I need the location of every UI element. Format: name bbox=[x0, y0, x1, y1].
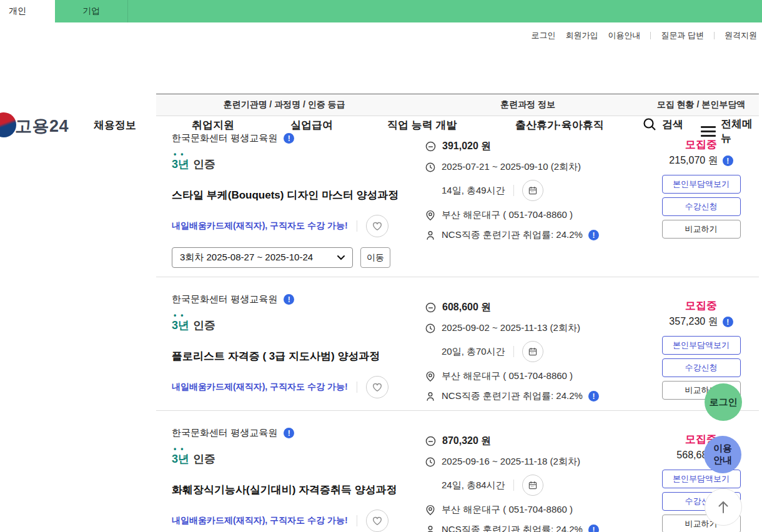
info-icon[interactable] bbox=[284, 133, 294, 144]
fee-detail-button[interactable]: 본인부담액보기 bbox=[662, 470, 741, 488]
course-title[interactable]: 플로리스트 자격증 ( 3급 지도사범) 양성과정 bbox=[172, 349, 412, 363]
course-title[interactable]: 스타일 부케(Bouquets) 디자인 마스터 양성과정 bbox=[172, 188, 412, 202]
cost-icon bbox=[425, 302, 437, 313]
tab-personal[interactable]: 개인 bbox=[0, 0, 55, 22]
course-status: 모집중 568,680 원 본인부담액보기 수강신청 비교하기 bbox=[643, 411, 759, 532]
signup-link[interactable]: 회원가입 bbox=[565, 30, 598, 41]
scroll-to-top-button[interactable] bbox=[705, 488, 742, 526]
course-location: 부산 해운대구 ( 051-704-8860 ) bbox=[442, 504, 573, 516]
apply-button[interactable]: 수강신청 bbox=[662, 197, 741, 216]
divider bbox=[513, 346, 514, 357]
favorite-button[interactable] bbox=[366, 376, 388, 398]
course-price: 608,600 원 bbox=[442, 301, 491, 314]
course-duration: 14일, 총49시간 bbox=[442, 185, 505, 197]
arrow-up-icon bbox=[716, 499, 731, 515]
apply-button[interactable]: 수강신청 bbox=[662, 358, 741, 377]
col-header-info: 훈련과정 정보 bbox=[412, 94, 643, 116]
divider bbox=[357, 382, 357, 393]
course-title[interactable]: 화훼장식기능사(실기대비) 자격증취득 양성과정 bbox=[172, 483, 412, 497]
course-summary: 한국문화센터 평생교육원 3년 인증 화훼장식기능사(실기대비) 자격증취득 양… bbox=[156, 411, 412, 532]
course-row: 한국문화센터 평생교육원 3년 인증 스타일 부케(Bouquets) 디자인 … bbox=[156, 116, 759, 277]
course-list: 훈련기관명 / 과정명 / 인증 등급 훈련과정 정보 모집 현황 / 본인부담… bbox=[156, 94, 759, 532]
clock-icon bbox=[425, 323, 436, 334]
tabbar-filler bbox=[128, 0, 762, 22]
course-status: 모집중 357,230 원 본인부담액보기 수강신청 비교하기 bbox=[643, 277, 759, 410]
info-icon[interactable] bbox=[284, 428, 294, 438]
site-logo[interactable]: 고용24 bbox=[15, 115, 69, 137]
tomorrow-card-link[interactable]: 내일배움카드제(재직자), 구직자도 수강 가능! bbox=[172, 382, 348, 393]
info-icon[interactable] bbox=[588, 391, 599, 401]
floating-login-label: 로그인 bbox=[710, 397, 738, 408]
round-select-value: 3회차 2025-08-27 ~ 2025-10-24 bbox=[180, 252, 313, 264]
heart-icon bbox=[372, 515, 383, 526]
floating-guide-line2: 안내 bbox=[713, 455, 732, 466]
certification-label: 인증 bbox=[193, 318, 215, 333]
fee-detail-button[interactable]: 본인부담액보기 bbox=[662, 336, 741, 355]
clock-icon bbox=[425, 456, 436, 468]
course-summary: 한국문화센터 평생교육원 3년 인증 플로리스트 자격증 ( 3급 지도사범) … bbox=[156, 277, 412, 410]
utility-links: 로그인 회원가입 이용안내 질문과 답변 원격지원 bbox=[531, 30, 757, 41]
calendar-icon bbox=[528, 185, 538, 195]
heart-icon bbox=[372, 382, 383, 393]
institution-name[interactable]: 한국문화센터 평생교육원 bbox=[172, 293, 277, 305]
info-icon[interactable] bbox=[588, 230, 599, 240]
person-icon bbox=[425, 525, 436, 532]
page: 개인 기업 로그인 회원가입 이용안내 질문과 답변 원격지원 고용24 채용정… bbox=[0, 0, 762, 532]
main-nav: 고용24 채용정보 취업지원 실업급여 직업 능력 개발 출산휴가·육아휴직 검… bbox=[0, 53, 762, 91]
self-pay-amount: 215,070 원 bbox=[669, 154, 718, 167]
course-duration: 24일, 총84시간 bbox=[442, 480, 505, 491]
favorite-button[interactable] bbox=[366, 215, 388, 237]
course-period: 2025-09-16 ~ 2025-11-18 (2회차) bbox=[442, 456, 580, 468]
course-info: 870,320 원 2025-09-16 ~ 2025-11-18 (2회차) … bbox=[412, 411, 643, 532]
fee-detail-button[interactable]: 본인부담액보기 bbox=[662, 175, 741, 194]
col-header-status: 모집 현황 / 본인부담액 bbox=[643, 94, 759, 116]
move-button[interactable]: 이동 bbox=[360, 247, 390, 268]
course-location: 부산 해운대구 ( 051-704-8860 ) bbox=[442, 209, 573, 221]
favorite-button[interactable] bbox=[366, 510, 388, 532]
gov-logo-icon bbox=[0, 112, 16, 137]
course-row: 한국문화센터 평생교육원 3년 인증 화훼장식기능사(실기대비) 자격증취득 양… bbox=[156, 411, 759, 532]
course-duration: 20일, 총70시간 bbox=[442, 346, 505, 358]
course-status: 모집중 215,070 원 본인부담액보기 수강신청 비교하기 bbox=[643, 116, 759, 277]
round-select[interactable]: 3회차 2025-08-27 ~ 2025-10-24 bbox=[172, 247, 353, 268]
info-icon[interactable] bbox=[588, 525, 599, 532]
calendar-icon bbox=[528, 480, 538, 490]
info-icon[interactable] bbox=[723, 155, 733, 166]
course-row: 한국문화센터 평생교육원 3년 인증 플로리스트 자격증 ( 3급 지도사범) … bbox=[156, 277, 759, 411]
institution-name[interactable]: 한국문화센터 평생교육원 bbox=[172, 132, 277, 144]
info-icon[interactable] bbox=[723, 317, 733, 327]
compare-button[interactable]: 비교하기 bbox=[662, 220, 741, 239]
location-pin-icon bbox=[425, 371, 436, 382]
person-icon bbox=[425, 230, 436, 241]
tab-business[interactable]: 기업 bbox=[55, 0, 128, 22]
cost-icon bbox=[425, 140, 437, 152]
divider bbox=[714, 32, 715, 39]
course-location: 부산 해운대구 ( 051-704-8860 ) bbox=[442, 370, 573, 382]
institution-name[interactable]: 한국문화센터 평생교육원 bbox=[172, 427, 277, 439]
floating-guide-line1: 이용 bbox=[713, 443, 732, 455]
remote-support-link[interactable]: 원격지원 bbox=[725, 30, 757, 41]
location-pin-icon bbox=[425, 505, 436, 516]
tomorrow-card-link[interactable]: 내일배움카드제(재직자), 구직자도 수강 가능! bbox=[172, 515, 348, 526]
course-price: 391,020 원 bbox=[442, 140, 491, 153]
employment-rate: NCS직종 훈련기관 취업률: 24.2% bbox=[442, 229, 583, 241]
clock-icon bbox=[425, 162, 436, 173]
schedule-button[interactable] bbox=[522, 475, 543, 496]
login-link[interactable]: 로그인 bbox=[531, 30, 555, 41]
divider bbox=[357, 220, 357, 232]
floating-login-button[interactable]: 로그인 bbox=[705, 383, 742, 421]
info-icon[interactable] bbox=[284, 294, 294, 305]
heart-icon bbox=[372, 220, 383, 232]
schedule-button[interactable] bbox=[522, 180, 543, 201]
qna-link[interactable]: 질문과 답변 bbox=[661, 30, 704, 41]
guide-link[interactable]: 이용안내 bbox=[608, 30, 640, 41]
recruiting-badge: 모집중 bbox=[685, 137, 717, 152]
recruiting-badge: 모집중 bbox=[685, 298, 717, 313]
floating-guide-button[interactable]: 이용 안내 bbox=[704, 436, 741, 473]
divider bbox=[513, 480, 514, 491]
tomorrow-card-link[interactable]: 내일배움카드제(재직자), 구직자도 수강 가능! bbox=[172, 220, 348, 232]
nav-jobs[interactable]: 채용정보 bbox=[94, 118, 136, 132]
certification-years: 3년 bbox=[172, 451, 189, 466]
schedule-button[interactable] bbox=[522, 341, 543, 362]
course-info: 608,600 원 2025-09-02 ~ 2025-11-13 (2회차) … bbox=[412, 277, 643, 410]
